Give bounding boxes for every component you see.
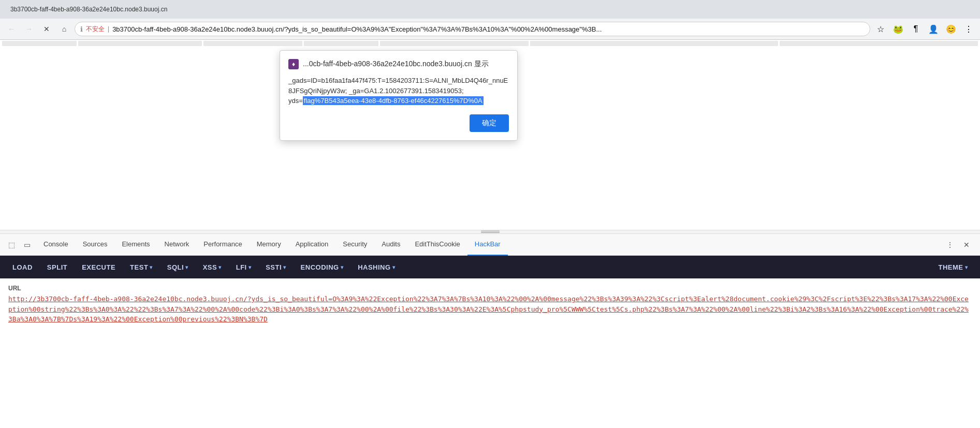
bookmark-button[interactable]: ☆: [873, 22, 888, 36]
hb-sqli-label: SQLI: [167, 263, 184, 271]
hb-encoding-label: ENCODING: [301, 263, 339, 271]
page-content: ♦ ...0cb-faff-4beb-a908-36a2e24e10bc.nod…: [0, 40, 980, 230]
hb-test-arrow: ▾: [150, 264, 153, 270]
forward-button[interactable]: →: [22, 22, 36, 36]
devtools-panel: ⬚ ▭ Console Sources Elements Network Per…: [0, 234, 980, 428]
address-text: 3b3700cb-faff-4beb-a908-36a2e24e10bc.nod…: [112, 25, 865, 33]
tab-hackbar[interactable]: HackBar: [467, 234, 508, 256]
back-button[interactable]: ←: [4, 22, 19, 36]
account-button[interactable]: 👤: [926, 22, 941, 36]
hb-ssti-label: SSTI: [266, 263, 282, 271]
devtools-left-icons: ⬚ ▭: [2, 238, 36, 252]
tab-sources[interactable]: Sources: [76, 234, 115, 256]
toolbar-right: ☆ 🐸 ¶ 👤 😊 ⋮: [873, 22, 976, 36]
hb-xss-label: XSS: [203, 263, 217, 271]
hackbar-url-text[interactable]: http://3b3700cb-faff-4beb-a908-36a2e24e1…: [8, 294, 972, 324]
hb-lfi-label: LFI: [236, 263, 247, 271]
tab-performance[interactable]: Performance: [196, 234, 249, 256]
alert-popup-title: ...0cb-faff-4beb-a908-36a2e24e10bc.node3…: [303, 60, 489, 69]
hb-split-button[interactable]: SPLIT: [41, 260, 74, 274]
tab-elements[interactable]: Elements: [114, 234, 157, 256]
pilcrow-button[interactable]: ¶: [909, 22, 923, 36]
insecure-label: 不安全: [86, 25, 105, 34]
hb-theme-button[interactable]: THEME ▾: [932, 260, 974, 274]
alert-popup-header: ♦ ...0cb-faff-4beb-a908-36a2e24e10bc.nod…: [288, 59, 509, 69]
alert-body-yds-label: yds=: [288, 97, 303, 105]
frog-icon-button[interactable]: 🐸: [891, 22, 905, 36]
url-line-2: yds_is_so_beautiful=O%3A9%3A%22Exception…: [252, 295, 786, 303]
alert-popup: ♦ ...0cb-faff-4beb-a908-36a2e24e10bc.nod…: [280, 50, 518, 141]
more-menu-button[interactable]: ⋮: [961, 22, 976, 36]
hb-theme-arrow: ▾: [965, 264, 968, 270]
device-icon-button[interactable]: ▭: [20, 238, 34, 252]
hb-hashing-arrow: ▾: [392, 264, 396, 270]
emoji-button[interactable]: 😊: [944, 22, 958, 36]
nav-bar: ← → ✕ ⌂ ℹ 不安全 | 3b3700cb-faff-4beb-a908-…: [0, 19, 980, 39]
hb-xss-button[interactable]: XSS ▾: [197, 260, 228, 274]
hb-theme-label: THEME: [939, 263, 963, 271]
hb-xss-arrow: ▾: [218, 264, 222, 270]
hb-encoding-button[interactable]: ENCODING ▾: [295, 260, 350, 274]
hackbar-toolbar: LOAD SPLIT EXECUTE TEST ▾ SQLI ▾ XSS ▾ L…: [0, 256, 980, 278]
tab-console[interactable]: Console: [36, 234, 76, 256]
hb-ssti-arrow: ▾: [283, 264, 286, 270]
url-line-1: http://3b3700cb-faff-4beb-a908-36a2e24e1…: [8, 295, 252, 303]
hb-execute-button[interactable]: EXECUTE: [76, 260, 122, 274]
tab-editthiscookie[interactable]: EditThisCookie: [407, 234, 467, 256]
hackbar-url-area: URL http://3b3700cb-faff-4beb-a908-36a2e…: [0, 278, 980, 428]
alert-popup-body: _gads=ID=b16faa1fa447f475:T=1584203711:S…: [288, 76, 509, 106]
devtools-more-button[interactable]: ⋮: [943, 238, 957, 252]
hb-test-label: TEST: [130, 263, 148, 271]
alert-body-flag: flag%7B543a5eea-43e8-4dfb-8763-ef46c4227…: [303, 96, 484, 105]
drag-handle-lines: [481, 231, 500, 233]
ext-icon: ♦: [288, 59, 299, 69]
hb-load-button[interactable]: LOAD: [6, 260, 39, 274]
address-bar[interactable]: ℹ 不安全 | 3b3700cb-faff-4beb-a908-36a2e24e…: [75, 22, 870, 36]
hb-test-button[interactable]: TEST ▾: [124, 260, 159, 274]
url-line-4: %00file%22%3Bs%3A30%3A%22E%3A%5Cphpstudy…: [381, 305, 859, 313]
devtools-close-button[interactable]: ✕: [959, 238, 974, 252]
hb-sqli-arrow: ▾: [185, 264, 188, 270]
page-stripes-top: [0, 40, 980, 47]
tab-bar: 3b3700cb-faff-4beb-a908-36a2e24e10bc.nod…: [0, 0, 980, 19]
alert-popup-footer: 确定: [288, 114, 509, 132]
alert-body-cookies: _gads=ID=b16faa1fa447f475:T=1584203711:S…: [288, 77, 508, 95]
hb-hashing-label: HASHING: [358, 263, 390, 271]
hb-sqli-button[interactable]: SQLI ▾: [161, 260, 195, 274]
devtools-tab-bar: ⬚ ▭ Console Sources Elements Network Per…: [0, 234, 980, 256]
confirm-button[interactable]: 确定: [470, 114, 509, 132]
browser-chrome: 3b3700cb-faff-4beb-a908-36a2e24e10bc.nod…: [0, 0, 980, 40]
hb-encoding-arrow: ▾: [341, 264, 344, 270]
cursor-icon-button[interactable]: ⬚: [4, 238, 19, 252]
hb-lfi-arrow: ▾: [248, 264, 252, 270]
tab-application[interactable]: Application: [288, 234, 336, 256]
hb-hashing-button[interactable]: HASHING ▾: [352, 260, 401, 274]
hb-lfi-button[interactable]: LFI ▾: [230, 260, 258, 274]
hb-ssti-button[interactable]: SSTI ▾: [259, 260, 292, 274]
hackbar-url-label: URL: [8, 285, 972, 292]
tab-network[interactable]: Network: [157, 234, 197, 256]
home-button[interactable]: ⌂: [57, 22, 71, 36]
tab-security[interactable]: Security: [335, 234, 374, 256]
tab-title: 3b3700cb-faff-4beb-a908-36a2e24e10bc.nod…: [4, 6, 173, 13]
tab-memory[interactable]: Memory: [250, 234, 288, 256]
devtools-right-icons: ⋮ ✕: [943, 238, 978, 252]
close-button[interactable]: ✕: [39, 22, 54, 36]
tab-audits[interactable]: Audits: [374, 234, 407, 256]
